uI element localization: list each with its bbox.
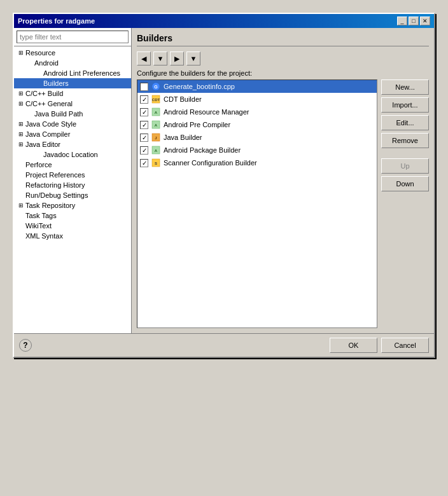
tree-label-java-compiler: Java Compiler (25, 130, 70, 138)
window-controls: _ □ ✕ (397, 17, 430, 25)
new-button[interactable]: New... (381, 79, 429, 95)
filter-input[interactable] (17, 31, 129, 43)
expand-icon-refactoring-history (17, 181, 25, 189)
expand-icon-cpp-general: ⊞ (17, 99, 25, 108)
cancel-button[interactable]: Cancel (381, 338, 429, 353)
builder-icon-android-package-builder: A (151, 145, 161, 155)
dropdown-button[interactable]: ▼ (153, 52, 167, 65)
tree-item-project-references[interactable]: Project References (14, 170, 131, 180)
minimize-button[interactable]: _ (397, 17, 407, 25)
expand-icon-java-build-path (25, 109, 34, 118)
builder-checkbox-android-package-builder[interactable]: ✓ (140, 146, 148, 155)
left-panel: ⊞ Resource Android Android Lint Preferen… (14, 28, 132, 333)
up-button[interactable]: Up (381, 158, 429, 174)
panel-subtitle: Configure the builders for the project: (137, 69, 429, 77)
tree-view: ⊞ Resource Android Android Lint Preferen… (14, 46, 131, 333)
panel-toolbar: ◀ ▼ ▶ ▼ (137, 52, 429, 65)
tree-item-cpp-general[interactable]: ⊞ C/C++ General (14, 99, 131, 109)
builder-checkbox-android-resource-manager[interactable]: ✓ (140, 108, 148, 116)
builder-item-scanner-configuration-builder[interactable]: ✓ S Scanner Configuration Builder (137, 156, 377, 169)
tree-item-resource[interactable]: ⊞ Resource (14, 48, 131, 58)
expand-icon-cpp-build: ⊞ (17, 89, 25, 98)
tree-item-java-editor[interactable]: ⊞ Java Editor (14, 139, 131, 149)
forward-dropdown-button[interactable]: ▼ (186, 52, 200, 65)
filter-box (14, 28, 131, 46)
window-title: Properties for radgame (18, 17, 95, 25)
tree-label-java-code-style: Java Code Style (25, 120, 76, 128)
close-button[interactable]: ✕ (420, 17, 430, 25)
expand-icon-java-code-style: ⊞ (17, 120, 25, 128)
tree-item-wikitext[interactable]: WikiText (14, 221, 131, 231)
builder-item-android-package-builder[interactable]: ✓ A Android Package Builder (137, 144, 377, 156)
builder-label-java-builder: Java Builder (164, 134, 202, 141)
builder-label-android-package-builder: Android Package Builder (164, 146, 241, 154)
tree-item-xml-syntax[interactable]: XML Syntax (14, 231, 131, 241)
help-icon[interactable]: ? (19, 339, 32, 352)
action-buttons: New... Import... Edit... Remove Up Down (381, 79, 429, 328)
builder-label-cdt-builder: CDT Builder (164, 95, 202, 103)
tree-item-android[interactable]: Android (14, 58, 131, 68)
builder-checkbox-scanner-configuration-builder[interactable]: ✓ (140, 159, 148, 167)
tree-item-run-debug-settings[interactable]: Run/Debug Settings (14, 190, 131, 200)
tree-label-refactoring-history: Refactoring History (25, 181, 85, 189)
expand-icon-java-compiler: ⊞ (17, 130, 25, 139)
expand-icon-task-repository: ⊞ (17, 201, 25, 210)
tree-label-resource: Resource (25, 49, 55, 57)
edit-button[interactable]: Edit... (381, 115, 429, 130)
builder-item-cdt-builder[interactable]: ✓ CDT CDT Builder (137, 93, 377, 106)
builder-checkbox-android-pre-compiler[interactable]: ✓ (140, 121, 148, 129)
tree-item-java-compiler[interactable]: ⊞ Java Compiler (14, 129, 131, 139)
expand-icon-wikitext (17, 221, 25, 230)
expand-icon-resource: ⊞ (17, 48, 25, 57)
expand-icon-builders (34, 79, 43, 88)
ok-button[interactable]: OK (330, 338, 377, 353)
builder-item-java-builder[interactable]: ✓ J Java Builder (137, 131, 377, 144)
svg-text:CDT: CDT (152, 98, 160, 102)
builder-checkbox-java-builder[interactable]: ✓ (140, 134, 148, 142)
svg-text:A: A (155, 111, 158, 114)
svg-text:G: G (154, 85, 158, 89)
maximize-button[interactable]: □ (409, 17, 419, 25)
forward-button[interactable]: ▶ (170, 52, 184, 65)
tree-label-cpp-general: C/C++ General (25, 100, 73, 107)
down-button[interactable]: Down (381, 176, 429, 191)
tree-item-android-lint[interactable]: Android Lint Preferences (14, 68, 131, 78)
tree-item-task-tags[interactable]: Task Tags (14, 210, 131, 221)
tree-item-task-repository[interactable]: ⊞ Task Repository (14, 200, 131, 210)
expand-icon-project-references (17, 170, 25, 179)
bottom-bar: ? OK Cancel (14, 333, 434, 357)
remove-button[interactable]: Remove (381, 133, 429, 148)
expand-icon-java-editor: ⊞ (17, 140, 25, 149)
builder-icon-android-pre-compiler: A (151, 120, 161, 130)
builder-item-android-pre-compiler[interactable]: ✓ A Android Pre Compiler (137, 118, 377, 131)
main-content: ⊞ Resource Android Android Lint Preferen… (14, 28, 434, 333)
tree-item-perforce[interactable]: Perforce (14, 160, 131, 170)
builder-checkbox-generate-bootinfo[interactable]: ✓ (140, 83, 148, 91)
tree-item-java-code-style[interactable]: ⊞ Java Code Style (14, 119, 131, 129)
expand-icon-android (25, 59, 34, 67)
tree-item-javadoc-location[interactable]: Javadoc Location (14, 149, 131, 160)
expand-icon-task-tags (17, 211, 25, 220)
tree-item-builders[interactable]: Builders (14, 78, 131, 88)
builder-icon-android-resource-manager: A (151, 107, 161, 117)
builder-label-android-resource-manager: Android Resource Manager (164, 108, 249, 116)
tree-label-wikitext: WikiText (25, 222, 52, 230)
builder-item-generate-bootinfo[interactable]: ✓ G Generate_bootinfo.cpp (137, 80, 377, 93)
expand-icon-xml-syntax (17, 231, 25, 240)
tree-item-cpp-build[interactable]: ⊞ C/C++ Build (14, 88, 131, 99)
bottom-buttons: OK Cancel (330, 338, 429, 353)
tree-item-refactoring-history[interactable]: Refactoring History (14, 180, 131, 190)
import-button[interactable]: Import... (381, 97, 429, 113)
back-button[interactable]: ◀ (137, 52, 151, 65)
tree-item-java-build-path[interactable]: Java Build Path (14, 109, 131, 119)
builder-icon-java-builder: J (151, 132, 161, 142)
builder-item-android-resource-manager[interactable]: ✓ A Android Resource Manager (137, 106, 377, 118)
tree-label-xml-syntax: XML Syntax (25, 232, 63, 240)
tree-label-run-debug-settings: Run/Debug Settings (25, 191, 88, 199)
svg-text:J: J (155, 136, 157, 140)
panel-title: Builders (137, 33, 429, 46)
builder-checkbox-cdt-builder[interactable]: ✓ (140, 95, 148, 104)
builder-label-android-pre-compiler: Android Pre Compiler (164, 121, 230, 128)
tree-label-task-repository: Task Repository (25, 202, 75, 209)
expand-icon-run-debug-settings (17, 191, 25, 200)
